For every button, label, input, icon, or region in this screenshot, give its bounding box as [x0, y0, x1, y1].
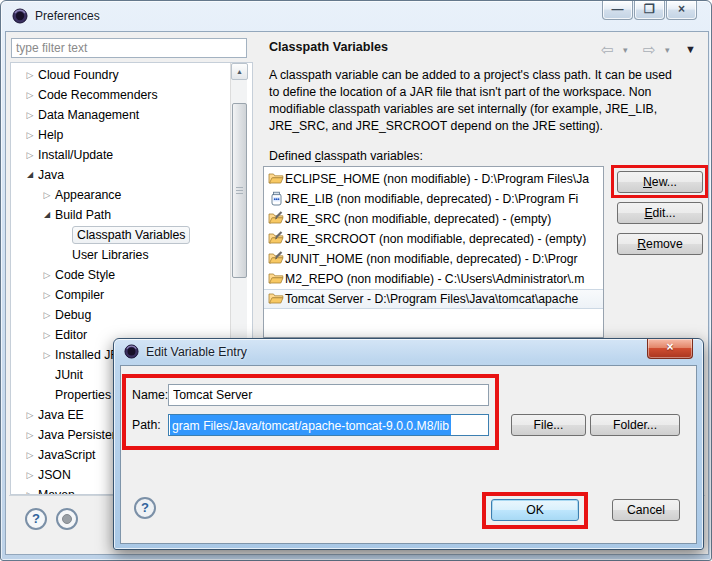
maximize-icon: ❐ — [644, 2, 655, 16]
cancel-button[interactable]: Cancel — [612, 499, 680, 521]
forward-dropdown-icon[interactable]: ▾ — [665, 45, 670, 55]
twisty-collapsed-icon[interactable]: ▷ — [39, 285, 55, 305]
twisty-expanded-icon[interactable]: ◢ — [22, 165, 38, 185]
list-item[interactable]: ECLIPSE_HOME (non modifiable) - D:\Progr… — [264, 169, 603, 189]
list-item-selected[interactable]: Tomcat Server - D:\Program Files\Java\to… — [264, 289, 603, 309]
window-title: Preferences — [35, 9, 100, 23]
tree-item-appearance[interactable]: ▷Appearance — [11, 185, 252, 205]
path-label: Path: — [132, 418, 161, 432]
folder-deprecated-icon — [267, 231, 285, 247]
record-icon — [62, 514, 72, 524]
file-button[interactable]: File... — [511, 414, 586, 436]
new-button[interactable]: New... — [617, 171, 703, 193]
description-line: modifiable classpath variables are set i… — [269, 101, 705, 118]
help-icon: ? — [32, 511, 40, 526]
twisty-collapsed-icon[interactable]: ▷ — [39, 265, 55, 285]
twisty-collapsed-icon[interactable]: ▷ — [22, 425, 38, 445]
twisty-collapsed-icon[interactable]: ▷ — [22, 85, 38, 105]
tree-item-build-path[interactable]: ◢Build Path — [11, 205, 252, 225]
history-navbar: ⇦ ▾ ⇨ ▾ ▼ — [601, 41, 701, 59]
twisty-collapsed-icon[interactable]: ▷ — [22, 465, 38, 485]
path-field[interactable]: gram Files/Java/tomcat/apache-tomcat-9.0… — [168, 414, 489, 436]
close-icon: × — [678, 2, 685, 16]
dialog-title: Edit Variable Entry — [146, 345, 247, 359]
description-line: A classpath variable can be added to a p… — [269, 67, 705, 84]
page-title: Classpath Variables — [269, 40, 388, 54]
folder-open-icon — [267, 291, 285, 307]
forward-icon[interactable]: ⇨ — [643, 41, 656, 59]
back-icon[interactable]: ⇦ — [601, 41, 614, 59]
twisty-collapsed-icon[interactable]: ▷ — [22, 145, 38, 165]
twisty-expanded-icon[interactable]: ◢ — [39, 205, 55, 225]
dialog-panel: Name: Path: gram Files/Java/tomcat/apach… — [120, 365, 697, 544]
list-item[interactable]: M2_REPO (non modifiable) - C:\Users\Admi… — [264, 269, 603, 289]
tree-item-code-recommenders[interactable]: ▷Code Recommenders — [11, 85, 252, 105]
folder-button[interactable]: Folder... — [590, 414, 680, 436]
defined-variables-label: Defined classpath variables: — [269, 149, 423, 163]
edit-button[interactable]: Edit... — [617, 202, 703, 224]
tree-item-classpath-variables[interactable]: Classpath Variables — [11, 225, 252, 245]
jar-icon — [267, 191, 285, 207]
twisty-collapsed-icon[interactable]: ▷ — [39, 305, 55, 325]
tree-item-help[interactable]: ▷Help — [11, 125, 252, 145]
twisty-collapsed-icon[interactable]: ▷ — [22, 65, 38, 85]
folder-open-icon — [267, 171, 285, 187]
twisty-collapsed-icon[interactable]: ▷ — [22, 445, 38, 465]
folder-open-icon — [267, 271, 285, 287]
edit-variable-entry-dialog: Edit Variable Entry × Name: Path: gram F… — [113, 338, 704, 550]
preference-recorder-button[interactable] — [56, 508, 78, 530]
filter-input[interactable] — [11, 38, 247, 58]
minimize-icon: — — [612, 2, 624, 16]
tree-item-install-update[interactable]: ▷Install/Update — [11, 145, 252, 165]
folder-deprecated-icon — [267, 251, 285, 267]
eclipse-icon — [12, 8, 28, 24]
list-item[interactable]: JUNIT_HOME (non modifiable, deprecated) … — [264, 249, 603, 269]
name-label: Name: — [132, 388, 168, 402]
titlebar: Preferences — ❐ × — [1, 1, 711, 31]
tree-item-cloud-foundry[interactable]: ▷Cloud Foundry — [11, 65, 252, 85]
tree-item-data-management[interactable]: ▷Data Management — [11, 105, 252, 125]
tree-item-user-libraries[interactable]: User Libraries — [11, 245, 252, 265]
scrollbar-thumb[interactable] — [232, 103, 247, 278]
list-item[interactable]: JRE_SRCROOT (non modifiable, deprecated)… — [264, 229, 603, 249]
help-button[interactable]: ? — [25, 508, 47, 530]
twisty-collapsed-icon[interactable]: ▷ — [39, 325, 55, 345]
help-icon: ? — [141, 500, 149, 515]
view-menu-icon[interactable]: ▼ — [685, 43, 696, 55]
close-icon: × — [666, 340, 673, 354]
preferences-window: Preferences — ❐ × ▷Cloud Foundry ▷Code R… — [0, 0, 712, 561]
description-line: to define the location of a JAR file tha… — [269, 84, 705, 101]
remove-button[interactable]: Remove — [617, 233, 703, 255]
dialog-close-button[interactable]: × — [647, 339, 693, 359]
twisty-collapsed-icon[interactable]: ▷ — [39, 345, 55, 365]
folder-deprecated-icon — [267, 211, 285, 227]
name-field[interactable] — [168, 384, 489, 406]
twisty-collapsed-icon[interactable]: ▷ — [22, 125, 38, 145]
twisty-collapsed-icon[interactable]: ▷ — [22, 485, 38, 495]
tree-item-code-style[interactable]: ▷Code Style — [11, 265, 252, 285]
twisty-collapsed-icon[interactable]: ▷ — [22, 405, 38, 425]
dialog-help-button[interactable]: ? — [134, 497, 156, 519]
classpath-variables-list: ECLIPSE_HOME (non modifiable) - D:\Progr… — [263, 166, 604, 338]
maximize-button[interactable]: ❐ — [634, 1, 665, 20]
minimize-button[interactable]: — — [602, 1, 633, 20]
tree-item-compiler[interactable]: ▷Compiler — [11, 285, 252, 305]
description-line: JRE_SRC, and JRE_SRCROOT depend on the J… — [269, 118, 705, 135]
back-dropdown-icon[interactable]: ▾ — [623, 45, 628, 55]
twisty-collapsed-icon[interactable]: ▷ — [22, 105, 38, 125]
path-selected-text: gram Files/Java/tomcat/apache-tomcat-9.0… — [170, 415, 451, 436]
ok-button[interactable]: OK — [491, 499, 579, 521]
eclipse-icon — [124, 344, 139, 359]
list-item[interactable]: JRE_LIB (non modifiable, deprecated) - D… — [264, 189, 603, 209]
description: A classpath variable can be added to a p… — [269, 67, 705, 135]
twisty-collapsed-icon[interactable]: ▷ — [39, 185, 55, 205]
tree-item-debug[interactable]: ▷Debug — [11, 305, 252, 325]
list-item[interactable]: JRE_SRC (non modifiable, deprecated) - (… — [264, 209, 603, 229]
close-button[interactable]: × — [666, 1, 697, 20]
tree-item-java[interactable]: ◢Java — [11, 165, 252, 185]
scrollbar-up-icon[interactable]: ▲ — [231, 63, 248, 80]
